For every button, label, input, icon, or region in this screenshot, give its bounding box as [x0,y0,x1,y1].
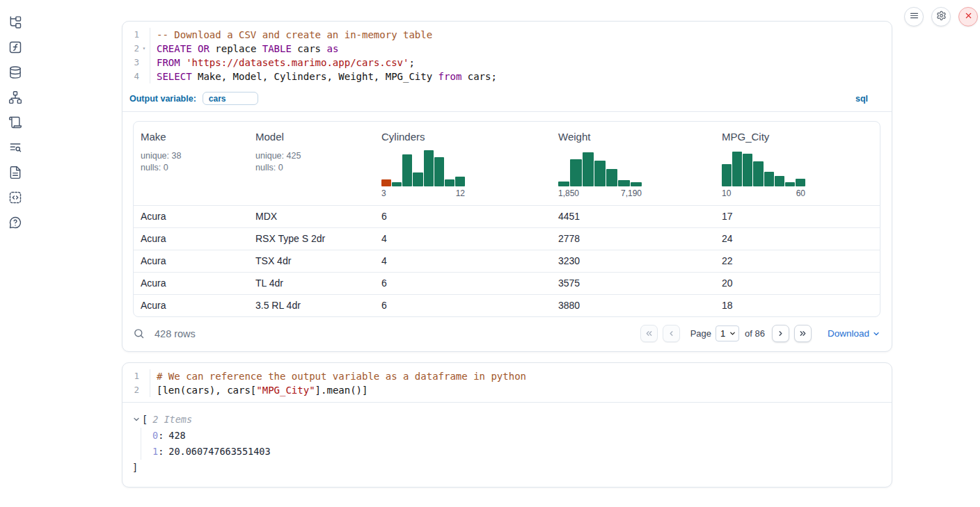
language-badge: sql [855,94,868,104]
data-table: Makeunique: 38nulls: 0Modelunique: 425nu… [133,121,880,317]
tree-entry: 1:20.060747663551403 [152,444,880,460]
code-line[interactable]: 2▾CREATE OR replace TABLE cars as [122,42,892,56]
fold-chevron-icon[interactable]: ▾ [139,46,149,51]
line-number: 1 [122,28,139,42]
code-line[interactable]: 3FROM 'https://datasets.marimo.app/cars.… [122,56,892,70]
column-stat: nulls: 0 [141,162,248,174]
download-label: Download [828,328,869,339]
table-cell: TSX 4dr [248,250,374,272]
database-icon[interactable] [8,65,22,79]
logs-search-icon[interactable] [8,140,22,154]
column-name: MPG_City [722,131,880,143]
file-tree-icon[interactable] [8,15,22,29]
previous-page-button[interactable] [663,325,680,342]
histogram-bar [631,182,642,186]
histogram-bar [785,182,795,186]
table-cell: 3230 [551,250,715,272]
histogram-bar [583,152,594,186]
table-cell: Acura [134,206,248,227]
next-page-button[interactable] [772,325,789,342]
settings-button[interactable] [931,7,951,26]
table-row[interactable]: AcuraTL 4dr6357520 [134,272,880,294]
tree-entry-key: 1 [152,446,158,457]
tree-root-row: [ 2 Items [132,412,880,426]
table-cell: 20 [715,273,880,294]
column-header[interactable]: Cylinders312 [374,131,551,198]
histogram-bar [570,159,581,186]
tree-entry-value: 428 [168,430,185,441]
table-cell: TL 4dr [248,273,374,294]
table-cell: RSX Type S 2dr [248,228,374,250]
histogram-bar [424,150,434,186]
table-body: AcuraMDX6445117AcuraRSX Type S 2dr427782… [134,205,880,316]
snippets-icon[interactable] [8,191,22,204]
histogram-max-label: 60 [796,188,805,198]
histogram-bar [743,154,752,186]
histogram-bar [455,177,465,186]
help-icon[interactable] [8,216,22,230]
function-icon[interactable] [8,40,22,54]
code-line[interactable]: 4SELECT Make, Model, Cylinders, Weight, … [122,70,892,83]
page-select[interactable]: 1 [716,325,739,341]
column-stat: nulls: 0 [255,162,374,174]
chevron-down-icon[interactable] [132,415,141,424]
table-cell: Acura [134,273,248,294]
histogram[interactable]: 312 [381,150,465,198]
python-code-editor[interactable]: 1# We can reference the output variable … [122,363,892,402]
histogram-min-label: 1,850 [558,188,579,198]
table-row[interactable]: Acura3.5 RL 4dr6388018 [134,294,880,316]
code-line[interactable]: 1# We can reference the output variable … [122,369,892,383]
column-stat: unique: 38 [141,150,248,162]
shutdown-button[interactable] [958,7,978,26]
last-page-button[interactable] [794,325,812,342]
search-icon[interactable] [133,328,145,340]
tree-entry: 0:428 [152,428,880,444]
code-line[interactable]: 2[len(cars), cars["MPG_City"].mean()] [122,383,892,397]
table-row[interactable]: AcuraTSX 4dr4323022 [134,250,880,272]
tree-entry-value: 20.060747663551403 [168,446,270,457]
tree-items-count: 2 Items [152,412,192,426]
table-cell: 18 [715,295,880,316]
first-page-button[interactable] [640,325,658,342]
tree-close-bracket: ] [132,460,880,474]
notebook-cells: 1-- Download a CSV and create an in-memo… [122,21,892,488]
column-header[interactable]: MPG_City1060 [715,131,880,198]
histogram[interactable]: 1060 [722,150,805,198]
table-cell: 24 [715,228,880,250]
column-header[interactable]: Makeunique: 38nulls: 0 [134,131,248,198]
output-variable-label: Output variable: [129,94,196,104]
table-footer: 428 rows Page 1 of 86 [122,317,892,351]
line-number: 4 [122,70,139,83]
histogram-bar [618,180,629,186]
histogram-min-label: 3 [381,188,386,198]
menu-button[interactable] [904,7,924,26]
sql-code-editor[interactable]: 1-- Download a CSV and create an in-memo… [122,22,892,88]
histogram-bar [381,179,391,186]
table-header-row: Makeunique: 38nulls: 0Modelunique: 425nu… [134,122,880,205]
column-header[interactable]: Modelunique: 425nulls: 0 [248,131,374,198]
cell-divider [122,111,892,112]
histogram-bar [558,182,569,186]
output-variable-input[interactable] [203,92,258,105]
scratchpad-icon[interactable] [8,115,22,129]
page-label: Page [690,328,711,339]
shutdown-icon [963,10,974,23]
histogram-max-label: 7,190 [621,188,642,198]
table-cell: 17 [715,206,880,227]
code-line[interactable]: 1-- Download a CSV and create an in-memo… [122,28,892,42]
table-cell: MDX [248,206,374,227]
histogram-bar [445,179,455,186]
table-row[interactable]: AcuraRSX Type S 2dr4277824 [134,227,880,250]
histogram[interactable]: 1,8507,190 [558,150,642,198]
download-button[interactable]: Download [828,328,880,339]
table-cell: 3.5 RL 4dr [248,295,374,316]
histogram-bar [413,172,422,186]
documentation-icon[interactable] [8,166,22,179]
table-cell: Acura [134,295,248,316]
table-cell: 6 [374,295,551,316]
topbar-actions [904,7,978,26]
dependency-graph-icon[interactable] [8,90,22,104]
histogram-bar [434,157,444,186]
column-header[interactable]: Weight1,8507,190 [551,131,715,198]
table-row[interactable]: AcuraMDX6445117 [134,205,880,227]
